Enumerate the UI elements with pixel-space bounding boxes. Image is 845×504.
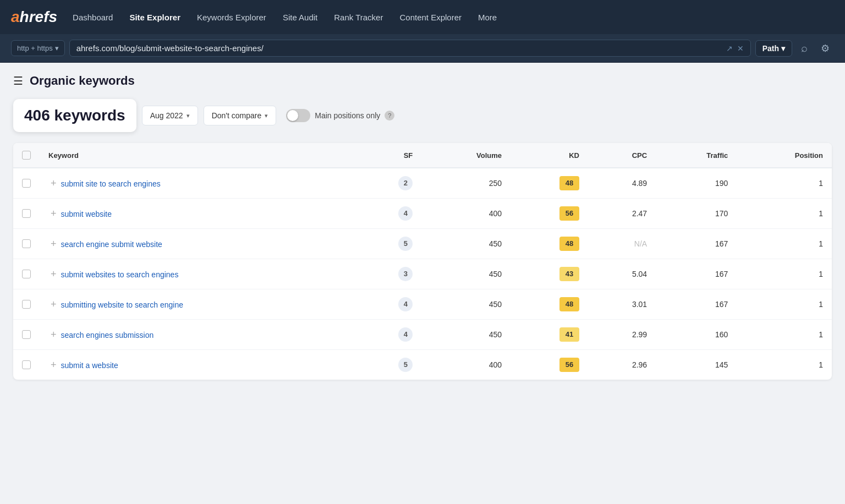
- main-positions-toggle[interactable]: [286, 109, 310, 122]
- keyword-link[interactable]: search engines submission: [61, 331, 153, 339]
- row-checkbox-cell: [13, 289, 40, 320]
- nav-item-site-audit[interactable]: Site Audit: [276, 8, 324, 26]
- keyword-link[interactable]: submit site to search engines: [61, 179, 160, 188]
- cpc-value: 2.96: [632, 360, 647, 369]
- top-nav: a hrefs Dashboard Site Explorer Keywords…: [0, 0, 845, 34]
- position-cell: 1: [737, 289, 832, 320]
- add-keyword-button[interactable]: +: [48, 269, 59, 280]
- page-header: ☰ Organic keywords: [13, 74, 832, 88]
- row-checkbox[interactable]: [22, 360, 31, 369]
- position-value: 1: [819, 270, 823, 278]
- kd-cell: 43: [511, 259, 588, 289]
- keyword-cell: + search engines submission: [40, 320, 355, 350]
- nav-item-keywords-explorer[interactable]: Keywords Explorer: [190, 8, 273, 26]
- col-keyword: Keyword: [40, 143, 355, 168]
- protocol-selector[interactable]: http + https ▾: [11, 40, 65, 56]
- traffic-cell: 170: [656, 199, 737, 229]
- nav-item-more[interactable]: More: [471, 8, 503, 26]
- add-keyword-button[interactable]: +: [48, 238, 59, 250]
- row-checkbox[interactable]: [22, 239, 31, 248]
- page-title: Organic keywords: [30, 74, 135, 88]
- keyword-link[interactable]: submit a website: [61, 361, 118, 370]
- logo-hrefs: hrefs: [20, 8, 57, 26]
- sf-badge: 2: [398, 176, 413, 190]
- keyword-link[interactable]: submit website: [61, 210, 112, 218]
- chevron-down-icon: ▾: [781, 44, 785, 53]
- add-keyword-button[interactable]: +: [48, 359, 59, 371]
- keyword-link[interactable]: submitting website to search engine: [61, 300, 183, 309]
- keyword-cell: + submit websites to search engines: [40, 259, 355, 289]
- logo[interactable]: a hrefs: [11, 8, 57, 26]
- nav-item-site-explorer[interactable]: Site Explorer: [123, 8, 187, 26]
- cpc-cell: N/A: [588, 229, 656, 259]
- path-selector[interactable]: Path ▾: [755, 40, 792, 57]
- cpc-value: 3.01: [632, 300, 647, 309]
- kd-cell: 48: [511, 289, 588, 320]
- traffic-value: 167: [715, 300, 728, 309]
- row-checkbox[interactable]: [22, 300, 31, 309]
- row-checkbox-cell: [13, 259, 40, 289]
- row-checkbox-cell: [13, 199, 40, 229]
- sf-cell: 4: [355, 289, 421, 320]
- volume-value: 450: [489, 300, 502, 309]
- volume-cell: 400: [421, 350, 511, 380]
- menu-icon[interactable]: ☰: [13, 74, 23, 87]
- col-kd: KD: [511, 143, 588, 168]
- add-keyword-button[interactable]: +: [48, 299, 59, 310]
- kd-badge: 43: [559, 267, 579, 281]
- volume-value: 450: [489, 330, 502, 339]
- cpc-value: 2.47: [632, 209, 647, 218]
- add-keyword-button[interactable]: +: [48, 208, 59, 220]
- chevron-down-icon: ▾: [265, 112, 268, 119]
- kd-cell: 56: [511, 199, 588, 229]
- row-checkbox[interactable]: [22, 209, 31, 218]
- kd-badge: 56: [559, 358, 579, 372]
- table-row: + submitting website to search engine 4 …: [13, 289, 832, 320]
- date-filter-button[interactable]: Aug 2022 ▾: [142, 106, 198, 125]
- sf-cell: 5: [355, 350, 421, 380]
- external-link-icon[interactable]: ↗: [726, 44, 733, 53]
- kd-badge: 41: [559, 327, 579, 342]
- row-checkbox-cell: [13, 168, 40, 199]
- traffic-value: 167: [715, 239, 728, 248]
- table-row: + submit a website 5 400 56 2.96 145 1: [13, 350, 832, 380]
- compare-filter-button[interactable]: Don't compare ▾: [204, 106, 277, 125]
- sf-badge: 5: [398, 237, 413, 251]
- nav-item-dashboard[interactable]: Dashboard: [66, 8, 119, 26]
- volume-cell: 450: [421, 289, 511, 320]
- volume-cell: 450: [421, 320, 511, 350]
- row-checkbox[interactable]: [22, 179, 31, 188]
- keyword-cell: + search engine submit website: [40, 229, 355, 259]
- keyword-cell: + submit site to search engines: [40, 168, 355, 199]
- add-keyword-button[interactable]: +: [48, 329, 59, 341]
- main-content: ☰ Organic keywords 406 keywords Aug 2022…: [0, 63, 845, 391]
- kd-badge: 48: [559, 237, 579, 251]
- select-all-checkbox[interactable]: [22, 151, 31, 160]
- row-checkbox[interactable]: [22, 270, 31, 278]
- cpc-value: 2.99: [632, 330, 647, 339]
- row-checkbox[interactable]: [22, 330, 31, 339]
- nav-item-content-explorer[interactable]: Content Explorer: [393, 8, 468, 26]
- add-keyword-button[interactable]: +: [48, 178, 59, 189]
- keyword-link[interactable]: search engine submit website: [61, 240, 162, 249]
- col-cpc: CPC: [588, 143, 656, 168]
- close-icon[interactable]: ✕: [737, 44, 744, 53]
- keyword-cell: + submitting website to search engine: [40, 289, 355, 320]
- search-button[interactable]: ⌕: [797, 40, 812, 57]
- volume-cell: 450: [421, 259, 511, 289]
- table-row: + search engine submit website 5 450 48 …: [13, 229, 832, 259]
- cpc-na: N/A: [634, 239, 647, 248]
- help-icon[interactable]: ?: [385, 111, 394, 120]
- kd-cell: 41: [511, 320, 588, 350]
- table-row: + search engines submission 4 450 41 2.9…: [13, 320, 832, 350]
- filters-row: 406 keywords Aug 2022 ▾ Don't compare ▾ …: [13, 99, 832, 132]
- kd-cell: 48: [511, 168, 588, 199]
- settings-button[interactable]: ⚙: [816, 40, 834, 57]
- kd-badge: 56: [559, 206, 579, 221]
- chevron-down-icon: ▾: [55, 44, 59, 52]
- volume-value: 400: [489, 360, 502, 369]
- kd-cell: 48: [511, 229, 588, 259]
- keyword-link[interactable]: submit websites to search engines: [61, 270, 178, 279]
- nav-item-rank-tracker[interactable]: Rank Tracker: [327, 8, 389, 26]
- url-bar: http + https ▾ ahrefs.com/blog/submit-we…: [0, 34, 845, 63]
